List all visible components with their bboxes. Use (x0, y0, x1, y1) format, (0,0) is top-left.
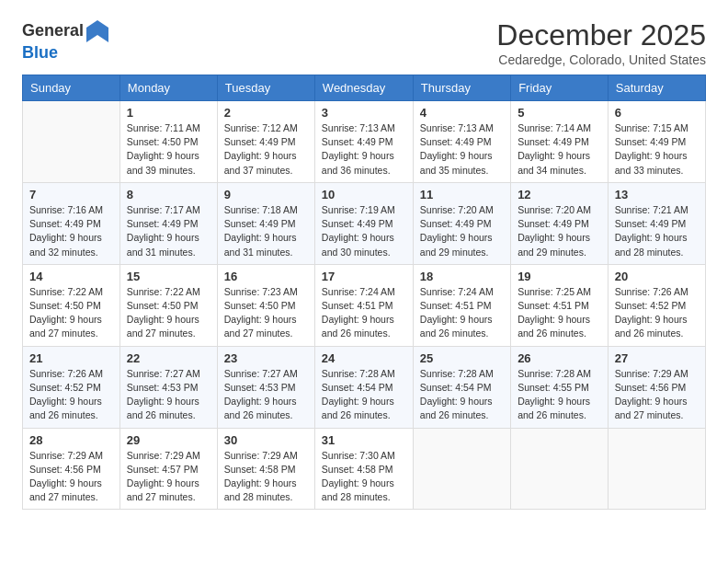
day-number: 18 (420, 270, 504, 283)
day-number: 14 (29, 270, 113, 283)
sun-info: Sunrise: 7:23 AMSunset: 4:50 PMDaylight:… (224, 285, 308, 341)
calendar-cell (23, 101, 120, 183)
sun-info: Sunrise: 7:12 AMSunset: 4:49 PMDaylight:… (224, 121, 308, 178)
calendar-cell: 12Sunrise: 7:20 AMSunset: 4:49 PMDayligh… (511, 182, 609, 264)
calendar-cell: 17Sunrise: 7:24 AMSunset: 4:51 PMDayligh… (314, 264, 413, 346)
sun-info: Sunrise: 7:20 AMSunset: 4:49 PMDaylight:… (420, 203, 504, 259)
calendar-cell: 2Sunrise: 7:12 AMSunset: 4:49 PMDaylight… (217, 101, 314, 183)
day-number: 29 (127, 433, 210, 447)
cell-content: 15Sunrise: 7:22 AMSunset: 4:50 PMDayligh… (127, 270, 210, 341)
calendar-cell: 30Sunrise: 7:29 AMSunset: 4:58 PMDayligh… (217, 428, 314, 510)
day-number: 7 (29, 188, 113, 201)
cell-content: 3Sunrise: 7:13 AMSunset: 4:49 PMDaylight… (322, 106, 406, 178)
day-number: 30 (224, 433, 308, 447)
calendar-cell: 26Sunrise: 7:28 AMSunset: 4:55 PMDayligh… (511, 346, 609, 428)
cell-content: 31Sunrise: 7:30 AMSunset: 4:58 PMDayligh… (322, 433, 406, 505)
sun-info: Sunrise: 7:25 AMSunset: 4:51 PMDaylight:… (518, 285, 601, 341)
calendar-cell: 7Sunrise: 7:16 AMSunset: 4:49 PMDaylight… (23, 182, 120, 264)
day-number: 25 (420, 351, 504, 365)
calendar-cell (608, 428, 705, 510)
cell-content: 19Sunrise: 7:25 AMSunset: 4:51 PMDayligh… (518, 270, 601, 341)
cell-content: 21Sunrise: 7:26 AMSunset: 4:52 PMDayligh… (29, 351, 113, 423)
sun-info: Sunrise: 7:19 AMSunset: 4:49 PMDaylight:… (322, 203, 406, 259)
sun-info: Sunrise: 7:13 AMSunset: 4:49 PMDaylight:… (322, 121, 406, 178)
sun-info: Sunrise: 7:29 AMSunset: 4:57 PMDaylight:… (127, 449, 210, 505)
cell-content: 9Sunrise: 7:18 AMSunset: 4:49 PMDaylight… (224, 188, 308, 259)
sun-info: Sunrise: 7:29 AMSunset: 4:58 PMDaylight:… (224, 449, 308, 505)
sun-info: Sunrise: 7:29 AMSunset: 4:56 PMDaylight:… (615, 367, 699, 423)
calendar-cell: 15Sunrise: 7:22 AMSunset: 4:50 PMDayligh… (119, 264, 217, 346)
cell-content: 14Sunrise: 7:22 AMSunset: 4:50 PMDayligh… (29, 270, 113, 341)
calendar-cell: 27Sunrise: 7:29 AMSunset: 4:56 PMDayligh… (608, 346, 705, 428)
day-number: 13 (615, 188, 699, 201)
sun-info: Sunrise: 7:24 AMSunset: 4:51 PMDaylight:… (322, 285, 406, 341)
sun-info: Sunrise: 7:17 AMSunset: 4:49 PMDaylight:… (127, 203, 210, 259)
day-number: 5 (518, 106, 601, 120)
calendar-cell (511, 428, 609, 510)
calendar-cell: 25Sunrise: 7:28 AMSunset: 4:54 PMDayligh… (413, 346, 510, 428)
day-number: 27 (615, 351, 699, 365)
sun-info: Sunrise: 7:16 AMSunset: 4:49 PMDaylight:… (29, 203, 113, 259)
calendar-cell: 1Sunrise: 7:11 AMSunset: 4:50 PMDaylight… (119, 101, 217, 183)
calendar-cell: 31Sunrise: 7:30 AMSunset: 4:58 PMDayligh… (314, 428, 413, 510)
day-number: 26 (518, 351, 601, 365)
sun-info: Sunrise: 7:24 AMSunset: 4:51 PMDaylight:… (420, 285, 504, 341)
calendar-cell: 24Sunrise: 7:28 AMSunset: 4:54 PMDayligh… (314, 346, 413, 428)
calendar-cell: 11Sunrise: 7:20 AMSunset: 4:49 PMDayligh… (413, 182, 510, 264)
day-number: 15 (127, 270, 210, 283)
calendar-table: SundayMondayTuesdayWednesdayThursdayFrid… (22, 75, 706, 510)
week-row-1: 1Sunrise: 7:11 AMSunset: 4:50 PMDaylight… (23, 101, 706, 183)
week-row-5: 28Sunrise: 7:29 AMSunset: 4:56 PMDayligh… (23, 428, 706, 510)
day-number: 28 (29, 433, 113, 447)
calendar-cell: 16Sunrise: 7:23 AMSunset: 4:50 PMDayligh… (217, 264, 314, 346)
sun-info: Sunrise: 7:22 AMSunset: 4:50 PMDaylight:… (127, 285, 210, 341)
cell-content: 2Sunrise: 7:12 AMSunset: 4:49 PMDaylight… (224, 106, 308, 178)
calendar-cell: 23Sunrise: 7:27 AMSunset: 4:53 PMDayligh… (217, 346, 314, 428)
cell-content: 11Sunrise: 7:20 AMSunset: 4:49 PMDayligh… (420, 188, 504, 259)
cell-content: 8Sunrise: 7:17 AMSunset: 4:49 PMDaylight… (127, 188, 210, 259)
cell-content: 13Sunrise: 7:21 AMSunset: 4:49 PMDayligh… (615, 188, 699, 259)
cell-content: 25Sunrise: 7:28 AMSunset: 4:54 PMDayligh… (420, 351, 504, 423)
day-number: 21 (29, 351, 113, 365)
week-row-2: 7Sunrise: 7:16 AMSunset: 4:49 PMDaylight… (23, 182, 706, 264)
cell-content: 12Sunrise: 7:20 AMSunset: 4:49 PMDayligh… (518, 188, 601, 259)
day-number: 6 (615, 106, 699, 120)
sun-info: Sunrise: 7:26 AMSunset: 4:52 PMDaylight:… (29, 367, 113, 423)
weekday-saturday: Saturday (608, 75, 705, 101)
sun-info: Sunrise: 7:15 AMSunset: 4:49 PMDaylight:… (615, 121, 699, 178)
calendar-cell: 5Sunrise: 7:14 AMSunset: 4:49 PMDaylight… (511, 101, 609, 183)
weekday-monday: Monday (119, 75, 217, 101)
calendar-cell: 22Sunrise: 7:27 AMSunset: 4:53 PMDayligh… (119, 346, 217, 428)
sun-info: Sunrise: 7:11 AMSunset: 4:50 PMDaylight:… (127, 121, 210, 178)
sun-info: Sunrise: 7:18 AMSunset: 4:49 PMDaylight:… (224, 203, 308, 259)
day-number: 9 (224, 188, 308, 201)
day-number: 20 (615, 270, 699, 283)
cell-content: 27Sunrise: 7:29 AMSunset: 4:56 PMDayligh… (615, 351, 699, 423)
sun-info: Sunrise: 7:28 AMSunset: 4:55 PMDaylight:… (518, 367, 601, 423)
sun-info: Sunrise: 7:14 AMSunset: 4:49 PMDaylight:… (518, 121, 601, 178)
cell-content: 28Sunrise: 7:29 AMSunset: 4:56 PMDayligh… (29, 433, 113, 505)
calendar-cell: 8Sunrise: 7:17 AMSunset: 4:49 PMDaylight… (119, 182, 217, 264)
calendar-cell: 6Sunrise: 7:15 AMSunset: 4:49 PMDaylight… (608, 101, 705, 183)
cell-content: 16Sunrise: 7:23 AMSunset: 4:50 PMDayligh… (224, 270, 308, 341)
day-number: 10 (322, 188, 406, 201)
calendar-cell: 28Sunrise: 7:29 AMSunset: 4:56 PMDayligh… (23, 428, 120, 510)
sun-info: Sunrise: 7:13 AMSunset: 4:49 PMDaylight:… (420, 121, 504, 178)
day-number: 19 (518, 270, 601, 283)
cell-content: 23Sunrise: 7:27 AMSunset: 4:53 PMDayligh… (224, 351, 308, 423)
cell-content: 4Sunrise: 7:13 AMSunset: 4:49 PMDaylight… (420, 106, 504, 178)
weekday-header-row: SundayMondayTuesdayWednesdayThursdayFrid… (23, 75, 706, 101)
month-title: December 2025 (496, 18, 706, 52)
sun-info: Sunrise: 7:28 AMSunset: 4:54 PMDaylight:… (420, 367, 504, 423)
day-number: 17 (322, 270, 406, 283)
calendar-cell: 14Sunrise: 7:22 AMSunset: 4:50 PMDayligh… (23, 264, 120, 346)
calendar-cell: 3Sunrise: 7:13 AMSunset: 4:49 PMDaylight… (314, 101, 413, 183)
day-number: 11 (420, 188, 504, 201)
day-number: 8 (127, 188, 210, 201)
day-number: 1 (127, 106, 210, 120)
calendar-cell (413, 428, 510, 510)
cell-content: 6Sunrise: 7:15 AMSunset: 4:49 PMDaylight… (615, 106, 699, 178)
cell-content: 18Sunrise: 7:24 AMSunset: 4:51 PMDayligh… (420, 270, 504, 341)
day-number: 22 (127, 351, 210, 365)
weekday-wednesday: Wednesday (314, 75, 413, 101)
